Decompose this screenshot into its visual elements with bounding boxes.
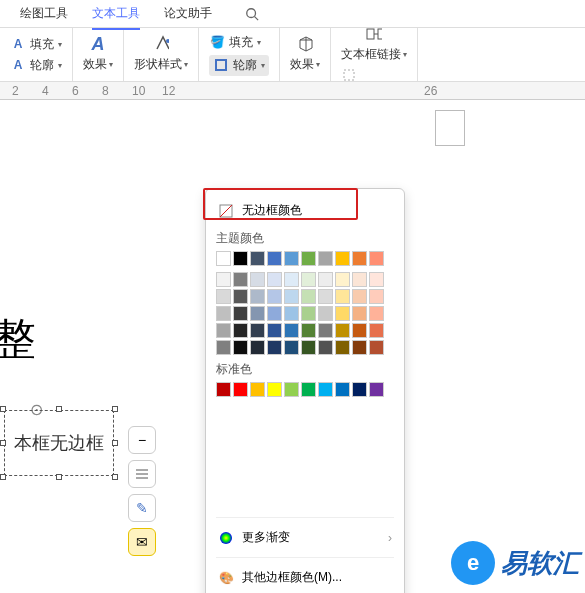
color-swatch[interactable] xyxy=(284,382,299,397)
color-swatch[interactable] xyxy=(352,272,367,287)
color-swatch[interactable] xyxy=(216,382,231,397)
color-swatch[interactable] xyxy=(318,251,333,266)
color-swatch[interactable] xyxy=(267,323,282,338)
color-swatch[interactable] xyxy=(301,340,316,355)
text-effects-button[interactable]: A效果▾ xyxy=(83,36,113,73)
color-swatch[interactable] xyxy=(284,289,299,304)
color-swatch[interactable] xyxy=(352,251,367,266)
text-fill-button[interactable]: A填充▾ xyxy=(10,36,62,53)
tab-drawing[interactable]: 绘图工具 xyxy=(20,1,68,26)
resize-handle[interactable] xyxy=(112,406,118,412)
layout-button[interactable] xyxy=(128,460,156,488)
color-swatch[interactable] xyxy=(284,306,299,321)
color-swatch[interactable] xyxy=(267,340,282,355)
color-swatch[interactable] xyxy=(233,340,248,355)
color-swatch[interactable] xyxy=(250,251,265,266)
color-swatch[interactable] xyxy=(250,382,265,397)
color-swatch[interactable] xyxy=(233,323,248,338)
color-swatch[interactable] xyxy=(267,251,282,266)
resize-handle[interactable] xyxy=(0,440,6,446)
color-swatch[interactable] xyxy=(369,251,384,266)
color-swatch[interactable] xyxy=(301,289,316,304)
color-swatch[interactable] xyxy=(335,323,350,338)
textbox-content[interactable]: 本框无边框 xyxy=(4,410,114,476)
text-outline-button[interactable]: A轮廓▾ xyxy=(10,57,62,74)
color-swatch[interactable] xyxy=(335,272,350,287)
color-swatch[interactable] xyxy=(352,323,367,338)
no-border-color-option[interactable]: 无边框颜色 xyxy=(216,197,394,224)
color-swatch[interactable] xyxy=(318,272,333,287)
color-swatch[interactable] xyxy=(216,251,231,266)
color-swatch[interactable] xyxy=(318,306,333,321)
color-swatch[interactable] xyxy=(250,289,265,304)
more-gradient-option[interactable]: 更多渐变 › xyxy=(216,524,394,551)
color-swatch[interactable] xyxy=(250,323,265,338)
highlight-button[interactable]: ✉ xyxy=(128,528,156,556)
color-swatch[interactable] xyxy=(233,289,248,304)
color-swatch[interactable] xyxy=(318,340,333,355)
color-swatch[interactable] xyxy=(267,382,282,397)
shape-style-button[interactable]: 形状样式▾ xyxy=(134,36,188,73)
other-border-color-option[interactable]: 🎨 其他边框颜色(M)... xyxy=(216,564,394,591)
color-swatch[interactable] xyxy=(318,289,333,304)
color-swatch[interactable] xyxy=(335,382,350,397)
color-swatch[interactable] xyxy=(335,251,350,266)
color-swatch[interactable] xyxy=(335,289,350,304)
resize-handle[interactable] xyxy=(0,474,6,480)
resize-handle[interactable] xyxy=(112,440,118,446)
color-swatch[interactable] xyxy=(233,251,248,266)
resize-handle[interactable] xyxy=(0,406,6,412)
document-canvas[interactable]: 整 ⊙ 本框无边框 − ✎ ✉ 无边框颜色 主题颜色 标准色 更多渐变 › xyxy=(0,100,585,593)
resize-handle[interactable] xyxy=(56,406,62,412)
search-icon[interactable] xyxy=(244,6,260,22)
color-swatch[interactable] xyxy=(369,323,384,338)
color-swatch[interactable] xyxy=(216,323,231,338)
color-swatch[interactable] xyxy=(284,323,299,338)
color-swatch[interactable] xyxy=(216,289,231,304)
color-swatch[interactable] xyxy=(369,340,384,355)
color-swatch[interactable] xyxy=(250,340,265,355)
color-swatch[interactable] xyxy=(301,323,316,338)
resize-handle[interactable] xyxy=(56,474,62,480)
color-swatch[interactable] xyxy=(284,272,299,287)
color-swatch[interactable] xyxy=(352,306,367,321)
color-swatch[interactable] xyxy=(301,251,316,266)
selected-textbox[interactable]: 本框无边框 xyxy=(4,410,114,476)
resize-handle[interactable] xyxy=(112,474,118,480)
color-swatch[interactable] xyxy=(284,251,299,266)
rotate-button[interactable]: ✎ xyxy=(128,494,156,522)
color-swatch[interactable] xyxy=(216,272,231,287)
color-swatch[interactable] xyxy=(250,306,265,321)
color-swatch[interactable] xyxy=(284,340,299,355)
color-swatch[interactable] xyxy=(369,382,384,397)
shape-effects-button[interactable]: 效果▾ xyxy=(290,36,320,73)
color-swatch[interactable] xyxy=(233,382,248,397)
shape-fill-button[interactable]: 🪣填充▾ xyxy=(209,34,269,51)
color-swatch[interactable] xyxy=(233,272,248,287)
break-link-button[interactable] xyxy=(341,67,407,83)
color-swatch[interactable] xyxy=(301,382,316,397)
color-swatch[interactable] xyxy=(335,340,350,355)
color-swatch[interactable] xyxy=(301,306,316,321)
zoom-out-button[interactable]: − xyxy=(128,426,156,454)
color-swatch[interactable] xyxy=(369,272,384,287)
color-swatch[interactable] xyxy=(352,289,367,304)
color-swatch[interactable] xyxy=(352,340,367,355)
color-swatch[interactable] xyxy=(216,306,231,321)
color-swatch[interactable] xyxy=(233,306,248,321)
color-swatch[interactable] xyxy=(318,323,333,338)
color-swatch[interactable] xyxy=(301,272,316,287)
color-swatch[interactable] xyxy=(335,306,350,321)
color-swatch[interactable] xyxy=(369,289,384,304)
color-swatch[interactable] xyxy=(267,306,282,321)
color-swatch[interactable] xyxy=(216,340,231,355)
color-swatch[interactable] xyxy=(318,382,333,397)
shape-outline-button[interactable]: 轮廓▾ xyxy=(209,55,269,76)
color-swatch[interactable] xyxy=(352,382,367,397)
color-swatch[interactable] xyxy=(369,306,384,321)
color-swatch[interactable] xyxy=(267,272,282,287)
color-swatch[interactable] xyxy=(250,272,265,287)
textbox-link-button[interactable]: 文本框链接▾ xyxy=(341,26,407,63)
tab-thesis[interactable]: 论文助手 xyxy=(164,1,212,26)
color-swatch[interactable] xyxy=(267,289,282,304)
